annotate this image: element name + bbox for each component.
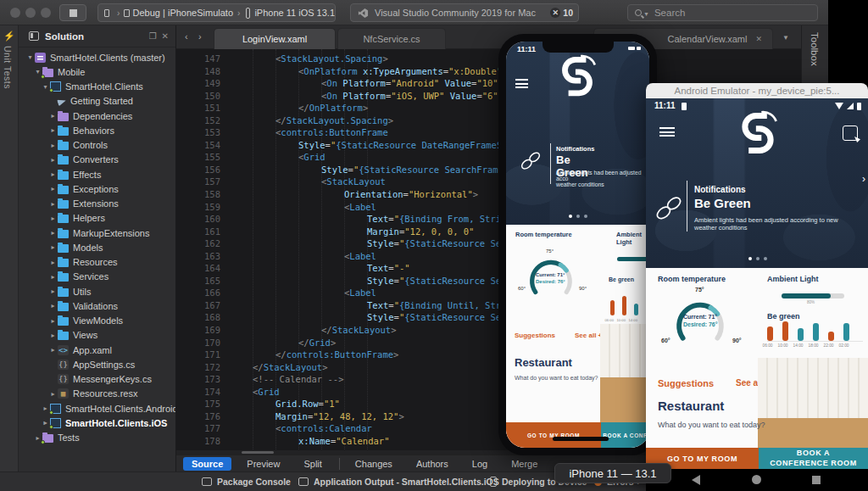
close-pad-icon[interactable]: ✕ (162, 31, 169, 41)
expander-icon[interactable]: ▸ (48, 302, 58, 310)
tree-item-viewmodels[interactable]: ▸ViewModels (19, 314, 175, 328)
tree-item-controls[interactable]: ▸Controls (19, 138, 175, 153)
tree-item-label: MessengerKeys.cs (73, 374, 152, 384)
expander-icon[interactable]: ▸ (48, 215, 58, 222)
see-all-link[interactable]: See all + (575, 332, 602, 339)
expander-icon[interactable]: ▸ (48, 229, 58, 237)
expander-icon[interactable]: ▸ (48, 170, 58, 178)
tree-item-smarthotel-clients-ios[interactable]: ▸SmartHotel.Clients.iOS (19, 416, 175, 430)
tree-item-effects[interactable]: ▸Effects (19, 167, 175, 181)
expander-icon[interactable]: ▸ (48, 332, 58, 339)
tree-item-helpers[interactable]: ▸Helpers (19, 211, 175, 226)
breadcrumb-device[interactable]: iPhone 11 iOS 13.1 (254, 8, 335, 18)
tab-nfcservice[interactable]: NfcService.cs (337, 28, 446, 49)
package-console-item[interactable]: Package Console (202, 477, 291, 487)
tree-item-app-xaml[interactable]: ▸<>App.xaml (19, 343, 175, 357)
folder-icon (58, 230, 69, 238)
view-tab-preview[interactable]: Preview (238, 457, 288, 471)
tab-loginview[interactable]: LoginView.xaml (214, 28, 336, 49)
tree-item-messengerkeys-cs[interactable]: {}MessengerKeys.cs (19, 372, 175, 387)
expander-icon[interactable]: ▸ (48, 317, 58, 325)
float-pad-icon[interactable]: ❐ (149, 31, 157, 41)
window-icon (104, 9, 109, 17)
carousel-dots[interactable] (569, 215, 587, 218)
tab-forward-icon[interactable]: › (198, 31, 202, 42)
restaurant-title[interactable]: Restaurant (658, 399, 724, 413)
go-to-my-room-button[interactable]: GO TO MY ROOM (506, 422, 601, 448)
tree-item-smarthotel-clients-android[interactable]: ▸SmartHotel.Clients.Android (19, 401, 175, 416)
restaurant-title[interactable]: Restaurant (515, 356, 572, 369)
expander-icon[interactable]: ▸ (48, 273, 58, 281)
home-icon[interactable] (752, 475, 761, 484)
expander-icon[interactable]: ▾ (25, 53, 35, 61)
close-window-button[interactable] (10, 8, 20, 18)
back-icon[interactable] (692, 475, 700, 485)
menu-icon[interactable] (515, 79, 528, 88)
tab-back-icon[interactable]: ‹ (185, 31, 188, 42)
tree-item-behaviors[interactable]: ▸Behaviors (19, 123, 175, 137)
toolbox-pad-tab[interactable]: Toolbox (810, 32, 820, 66)
unit-tests-pad-tab[interactable]: Unit Tests (3, 46, 13, 89)
view-tab-authors[interactable]: Authors (408, 457, 457, 471)
expander-icon[interactable]: ▸ (48, 185, 58, 192)
carousel-dots[interactable] (748, 257, 767, 260)
tree-item-label: Views (73, 330, 97, 340)
tree-item-getting-started[interactable]: Getting Started (19, 94, 175, 109)
code-line-148[interactable]: 148<OnPlatform x:TypeArguments="x:Double… (176, 65, 801, 78)
run-configuration-breadcrumb[interactable]: › Debug | iPhoneSimulato › iPhone 11 iOS… (97, 3, 336, 22)
expander-icon[interactable]: ▸ (48, 112, 58, 120)
emulator-title[interactable]: Android Emulator - my_device_pie:5... (646, 83, 868, 98)
tree-item-services[interactable]: ▸Services (19, 270, 175, 284)
home-indicator[interactable] (553, 437, 609, 441)
tree-item-converters[interactable]: ▸Converters (19, 153, 175, 167)
tree-item-smarthotel-clients[interactable]: ▾SmartHotel.Clients (19, 80, 175, 94)
nfc-tap-icon[interactable] (843, 126, 858, 141)
tree-item-resources-resx[interactable]: ▸▦Resources.resx (19, 387, 175, 401)
application-output-item[interactable]: Application Output - SmartHotel.Clients.… (298, 477, 499, 487)
menu-icon[interactable] (659, 127, 675, 137)
expander-icon[interactable]: ▸ (48, 390, 58, 398)
tree-item-mobile[interactable]: ▾Mobile (19, 64, 175, 79)
tree-item-resources[interactable]: ▸Resources (19, 255, 175, 270)
view-tab-split[interactable]: Split (295, 457, 330, 471)
expander-icon[interactable]: ▸ (48, 200, 58, 208)
stop-debug-button[interactable] (59, 4, 86, 21)
expander-icon[interactable]: ▸ (48, 142, 58, 149)
expander-icon[interactable]: ▸ (48, 259, 58, 266)
tree-item-validations[interactable]: ▸Validations (19, 299, 175, 313)
tree-item-exceptions[interactable]: ▸Exceptions (19, 181, 175, 196)
code-line-147[interactable]: 147<StackLayout.Spacing> (176, 53, 801, 65)
tree-item-dependencies[interactable]: ▸Dependencies (19, 109, 175, 123)
book-conference-button[interactable]: BOOK A CONF (601, 422, 649, 448)
chevron-right-icon[interactable]: › (862, 173, 865, 185)
tree-item-models[interactable]: ▸Models (19, 240, 175, 254)
view-tab-log[interactable]: Log (464, 457, 496, 471)
ambient-light-bar[interactable] (782, 293, 844, 299)
zoom-window-button[interactable] (41, 8, 51, 18)
view-tab-source[interactable]: Source (183, 457, 231, 471)
expander-icon[interactable]: ▸ (48, 156, 58, 164)
expander-icon[interactable]: ▸ (48, 287, 58, 295)
tree-item-utils[interactable]: ▸Utils (19, 284, 175, 299)
error-count-badge[interactable]: ✕ 10 (550, 8, 573, 18)
scrollbar-thumb[interactable] (242, 451, 274, 454)
tree-item-extensions[interactable]: ▸Extensions (19, 197, 175, 211)
view-tab-changes[interactable]: Changes (347, 457, 401, 471)
expander-icon[interactable]: ▸ (48, 126, 58, 134)
close-tab-icon[interactable]: ✕ (755, 35, 762, 43)
tree-item-appsettings-cs[interactable]: {}AppSettings.cs (19, 357, 175, 371)
expander-icon[interactable]: ▸ (48, 243, 58, 251)
ambient-light-bar[interactable] (617, 257, 648, 261)
expander-icon[interactable]: ▸ (48, 346, 58, 354)
tree-item-tests[interactable]: ▸Tests (19, 431, 175, 445)
tab-overflow-icon[interactable]: ▼ (782, 34, 789, 42)
search-input[interactable]: ▼ Search (627, 4, 818, 21)
tree-item-views[interactable]: ▸Views (19, 328, 175, 343)
minimize-window-button[interactable] (25, 8, 36, 18)
tree-item-smarthotel-clients-master-[interactable]: ▾SmartHotel.Clients (master) (19, 50, 175, 64)
view-tab-merge[interactable]: Merge (503, 457, 546, 471)
breadcrumb-configuration[interactable]: Debug | iPhoneSimulato (133, 8, 233, 18)
recents-icon[interactable] (812, 476, 821, 484)
tree-item-markupextensions[interactable]: ▸MarkupExtensions (19, 226, 175, 240)
book-conference-button[interactable]: BOOK A CONFERENCE ROOM (759, 448, 868, 469)
